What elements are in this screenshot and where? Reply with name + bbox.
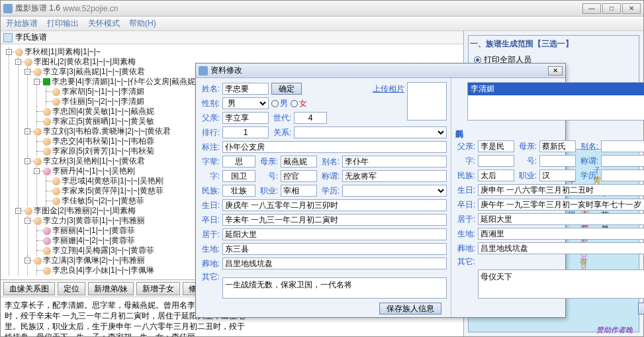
dialog-icon xyxy=(199,66,208,75)
spouse-form: 配偶列表 李清媚 上传相片 排行: 父亲:母亲:别名: 字:号:称谓: 民族:职… xyxy=(451,78,644,317)
dialog-title: 资料修改 xyxy=(210,65,242,76)
live-input[interactable] xyxy=(222,228,447,240)
person-icon xyxy=(43,108,51,116)
doc-icon xyxy=(3,33,13,42)
save-spouse-button[interactable]: 保存配偶信息 xyxy=(638,303,644,314)
menu-start[interactable]: 开始族谱 xyxy=(6,18,38,29)
menu-print[interactable]: 打印输出 xyxy=(47,18,79,29)
btn-locate[interactable]: 定位 xyxy=(58,282,85,295)
minzu-input[interactable] xyxy=(222,185,255,197)
person-icon xyxy=(43,78,50,85)
chenghu-input[interactable] xyxy=(342,170,447,182)
person-icon xyxy=(52,88,60,96)
menu-care[interactable]: 关怀模式 xyxy=(88,18,120,29)
rel-select[interactable] xyxy=(294,126,447,138)
person-icon xyxy=(24,207,32,215)
photo-box[interactable] xyxy=(407,82,447,120)
zi-input[interactable] xyxy=(222,170,255,182)
spouse-list[interactable]: 李清媚 xyxy=(467,82,644,120)
edit-dialog: 资料修改 ✕ 姓名:确定上传相片 性别:男 男 女 父亲:世代: 排行:关系: … xyxy=(195,63,566,318)
radio-male[interactable]: 男 xyxy=(271,98,288,109)
radio-female[interactable]: 女 xyxy=(291,98,307,109)
sex-select[interactable]: 男 xyxy=(222,97,269,109)
alias-input[interactable] xyxy=(342,156,447,168)
branch-input[interactable] xyxy=(222,141,447,153)
sp-other-textarea[interactable]: 母仪天下 xyxy=(478,269,644,299)
hao-input[interactable] xyxy=(281,170,317,182)
person-icon xyxy=(43,138,51,146)
sp-mz-input[interactable] xyxy=(478,169,514,181)
app-url: www.52pojie.cn xyxy=(63,4,118,13)
genname-input[interactable] xyxy=(222,156,255,168)
person-icon xyxy=(43,267,51,275)
other-textarea[interactable]: 一生战绩无数，保家卫国，一代名将 xyxy=(222,277,447,299)
tree-title: 李氏族谱 xyxy=(15,32,47,43)
credit: 赞助作者晚 xyxy=(596,325,641,335)
sp-born-input[interactable] xyxy=(478,228,644,240)
tree-header: 李氏族谱 xyxy=(1,31,463,44)
sp-live-input[interactable] xyxy=(478,213,644,225)
upload-photo-link[interactable]: 上传相片 xyxy=(304,83,404,95)
mother-input[interactable] xyxy=(281,156,317,168)
person-icon xyxy=(43,148,51,156)
rank-input[interactable] xyxy=(222,126,269,138)
death-input[interactable] xyxy=(222,214,447,226)
person-icon xyxy=(34,158,42,166)
person-icon xyxy=(34,217,42,225)
app-icon xyxy=(3,4,13,13)
person-icon xyxy=(43,247,51,255)
btn-add-sibling[interactable]: 新增弟/妹 xyxy=(88,282,134,295)
sp-alias-input[interactable] xyxy=(601,140,644,152)
person-form: 姓名:确定上传相片 性别:男 男 女 父亲:世代: 排行:关系: 标注: 字辈:… xyxy=(196,78,451,317)
sp-zi-input[interactable] xyxy=(478,155,514,167)
person-icon xyxy=(52,177,60,185)
sp-grave-input[interactable] xyxy=(478,242,644,254)
person-icon xyxy=(52,187,60,195)
person-icon xyxy=(34,68,42,76)
sp-hao-input[interactable] xyxy=(539,155,576,167)
grave-input[interactable] xyxy=(222,258,447,269)
person-icon xyxy=(24,58,32,66)
dialog-close-button[interactable]: ✕ xyxy=(548,66,563,75)
person-icon xyxy=(43,237,51,245)
titlebar: 魔影族谱 1.6 www.52pojie.cn — □ ✕ xyxy=(1,1,643,17)
btn-add-child[interactable]: 新增子女 xyxy=(136,282,180,295)
person-icon xyxy=(34,257,42,265)
gen-input[interactable] xyxy=(294,112,327,124)
name-input[interactable] xyxy=(222,83,269,95)
btn-relation[interactable]: 血缘关系图 xyxy=(3,282,55,295)
sp-zy-input[interactable] xyxy=(539,169,576,181)
sp-father-input[interactable] xyxy=(478,140,514,152)
ok-button[interactable]: 确定 xyxy=(271,83,302,95)
person-icon xyxy=(34,128,42,136)
person-icon xyxy=(43,168,51,175)
father-input[interactable] xyxy=(222,112,269,124)
birth-input[interactable] xyxy=(222,199,447,211)
person-icon xyxy=(52,98,60,106)
app-title: 魔影族谱 1.6 xyxy=(15,3,60,14)
sp-birth-input[interactable] xyxy=(478,184,644,196)
sp-xl-select[interactable] xyxy=(601,169,644,181)
sp-mother-input[interactable] xyxy=(539,140,576,152)
person-icon xyxy=(43,227,51,235)
xueli-select[interactable] xyxy=(342,185,447,197)
sp-death-input[interactable] xyxy=(478,199,644,211)
sp-ch-input[interactable] xyxy=(601,155,644,167)
born-input[interactable] xyxy=(222,243,447,255)
menu-help[interactable]: 帮助(H) xyxy=(129,18,156,29)
save-person-button[interactable]: 保存族人信息 xyxy=(379,303,441,314)
person-icon xyxy=(52,197,60,205)
range-title: 一、族谱生成范围【三选一】 xyxy=(469,36,639,52)
person-icon xyxy=(15,48,23,56)
tree-node[interactable]: -李秋根|1|周素梅|1|~|~ xyxy=(15,47,462,57)
menubar: 开始族谱 打印输出 关怀模式 帮助(H) xyxy=(1,17,643,31)
zhiye-input[interactable] xyxy=(281,185,317,197)
person-icon xyxy=(43,118,51,126)
close-button[interactable]: ✕ xyxy=(622,3,641,14)
minimize-button[interactable]: — xyxy=(582,3,601,14)
maximize-button[interactable]: □ xyxy=(602,3,621,14)
